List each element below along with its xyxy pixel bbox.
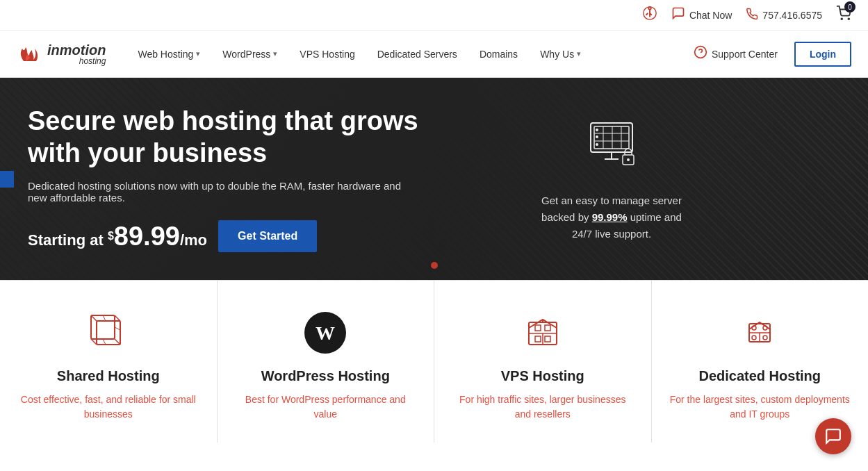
svg-rect-37 <box>545 325 550 331</box>
wordpress-hosting-card: W WordPress Hosting Best for WordPress p… <box>218 281 435 443</box>
chat-label: Chat Now <box>689 10 732 21</box>
logo-brand: inmotion <box>47 43 106 57</box>
vps-hosting-desc: For high traffic sites, larger businesse… <box>451 392 634 422</box>
shared-hosting-card: Shared Hosting Cost effective, fast, and… <box>0 281 218 443</box>
logo[interactable]: inmotion hosting <box>17 31 106 77</box>
hero-content: Secure web hosting that growswith your b… <box>0 78 521 280</box>
why-us-chevron: ▾ <box>577 49 581 58</box>
nav-domains[interactable]: Domains <box>468 35 529 74</box>
svg-point-47 <box>763 336 767 340</box>
nav-dedicated-servers-label: Dedicated Servers <box>377 49 457 60</box>
support-center-label: Support Center <box>712 49 778 60</box>
cart-button[interactable]: 0 <box>836 6 851 24</box>
nav-why-us[interactable]: Why Us ▾ <box>529 35 592 74</box>
vps-hosting-icon <box>518 308 567 357</box>
price-amount: 89.99 <box>114 222 180 251</box>
phone-number-text: 757.416.6575 <box>762 10 822 21</box>
svg-point-14 <box>596 135 598 138</box>
nav-web-hosting[interactable]: Web Hosting ▾ <box>126 35 211 74</box>
hero-right-panel: Get an easy to manage server backed by 9… <box>521 88 730 270</box>
wordpress-hosting-title: WordPress Hosting <box>261 368 390 384</box>
hosting-cards-section: Shared Hosting Cost effective, fast, and… <box>0 280 868 443</box>
svg-point-15 <box>596 143 598 146</box>
hero-section: Secure web hosting that growswith your b… <box>0 78 868 280</box>
main-header: inmotion hosting Web Hosting ▾ WordPress… <box>0 31 868 78</box>
svg-point-13 <box>596 129 598 131</box>
price-suffix: /mo <box>180 231 207 249</box>
svg-rect-7 <box>594 126 629 149</box>
svg-line-24 <box>115 339 120 345</box>
wp-logo: W <box>304 312 346 354</box>
svg-text:W: W <box>316 322 335 344</box>
price-prefix: Starting at <box>28 231 108 249</box>
svg-rect-36 <box>535 325 541 331</box>
slider-dot[interactable] <box>431 262 438 269</box>
shared-hosting-desc: Cost effective, fast, and reliable for s… <box>17 392 200 422</box>
svg-line-27 <box>103 339 106 345</box>
nav-wordpress-label: WordPress <box>222 49 270 60</box>
hero-price-text: Starting at $89.99/mo <box>28 222 207 251</box>
svg-point-46 <box>752 336 756 340</box>
support-center-link[interactable]: Support Center <box>682 31 789 76</box>
price-currency: $ <box>108 229 114 241</box>
shared-hosting-icon <box>84 308 133 357</box>
svg-point-2 <box>841 18 842 19</box>
nav-dedicated-servers[interactable]: Dedicated Servers <box>366 35 468 74</box>
svg-rect-38 <box>535 336 541 342</box>
side-tab[interactable] <box>0 171 14 188</box>
wordpress-chevron: ▾ <box>273 49 277 58</box>
wordpress-hosting-desc: Best for WordPress performance and value <box>234 392 418 422</box>
logo-text: inmotion hosting <box>47 43 106 65</box>
nav-web-hosting-label: Web Hosting <box>138 49 193 60</box>
nav-vps-hosting-label: VPS Hosting <box>300 49 354 60</box>
svg-line-25 <box>91 339 97 345</box>
logo-tagline: hosting <box>47 57 106 65</box>
shared-hosting-title: Shared Hosting <box>57 368 160 384</box>
hero-right-description: Get an easy to manage server backed by 9… <box>535 192 688 242</box>
main-nav: Web Hosting ▾ WordPress ▾ VPS Hosting De… <box>126 31 851 76</box>
vps-hosting-title: VPS Hosting <box>501 368 584 384</box>
server-icon <box>535 116 688 181</box>
login-button[interactable]: Login <box>794 42 851 67</box>
hero-title: Secure web hosting that growswith your b… <box>28 106 493 169</box>
support-icon <box>694 45 707 63</box>
top-bar: Chat Now 757.416.6575 0 <box>0 0 868 31</box>
nav-why-us-label: Why Us <box>540 49 574 60</box>
dedicated-hosting-icon <box>735 308 784 357</box>
svg-point-17 <box>627 158 630 161</box>
web-hosting-chevron: ▾ <box>196 49 200 58</box>
svg-rect-39 <box>545 336 550 342</box>
vps-hosting-card: VPS Hosting For high traffic sites, larg… <box>434 281 652 443</box>
svg-line-28 <box>115 327 120 330</box>
phone-icon <box>746 8 758 23</box>
cart-badge: 0 <box>844 1 855 13</box>
phone-number: 757.416.6575 <box>746 8 822 23</box>
hero-price-row: Starting at $89.99/mo Get Started <box>28 220 493 252</box>
wordpress-hosting-icon: W <box>301 308 350 357</box>
svg-line-23 <box>115 315 120 321</box>
dedicated-hosting-desc: For the largest sites, custom deployment… <box>669 392 852 422</box>
nav-domains-label: Domains <box>480 49 518 60</box>
dedicated-hosting-title: Dedicated Hosting <box>698 368 821 384</box>
logo-flame-icon <box>17 39 42 69</box>
svg-line-22 <box>91 315 97 321</box>
svg-point-3 <box>848 18 849 19</box>
uptime-text: 99.99% <box>592 211 628 223</box>
nav-wordpress[interactable]: WordPress ▾ <box>211 35 288 74</box>
chat-now-button[interactable]: Chat Now <box>671 6 732 24</box>
top-bar-icons: Chat Now 757.416.6575 0 <box>642 6 851 24</box>
hero-subtitle: Dedicated hosting solutions now with up … <box>28 180 417 204</box>
accessibility-icon[interactable] <box>642 6 657 24</box>
nav-vps-hosting[interactable]: VPS Hosting <box>288 35 366 74</box>
get-started-button[interactable]: Get Started <box>218 220 317 252</box>
chat-icon <box>671 6 685 24</box>
svg-line-26 <box>103 315 106 321</box>
